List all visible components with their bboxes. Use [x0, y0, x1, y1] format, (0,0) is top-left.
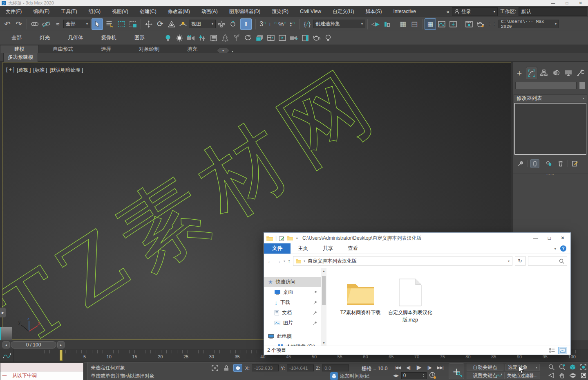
recent-locations-caret-icon[interactable]: ▾ — [284, 259, 285, 263]
details-view-icon[interactable] — [548, 347, 557, 354]
plant-icon[interactable] — [231, 32, 242, 44]
teapot-icon[interactable] — [311, 32, 322, 44]
maxscript-mini-listener[interactable]: 一 从以下中调 — [0, 362, 84, 380]
light-icon[interactable] — [162, 32, 174, 44]
motion-tab[interactable] — [550, 67, 562, 79]
menu-item[interactable]: 组(G) — [83, 6, 106, 17]
maximize-button[interactable]: □ — [566, 1, 568, 5]
left-flyout-arrow-button[interactable]: ▶ — [0, 308, 6, 317]
menu-item[interactable]: 自定义(U) — [327, 6, 360, 17]
use-pivot-center-button[interactable] — [216, 18, 227, 30]
ribbon-tab[interactable]: 自由形式 — [39, 45, 87, 53]
menu-item[interactable]: 渲染(R) — [266, 6, 294, 17]
render-setup-button[interactable] — [463, 18, 475, 30]
next-key-button[interactable]: ||▶ — [425, 364, 434, 371]
sidebar-item-this-pc[interactable]: 此电脑 — [264, 331, 321, 342]
play-button[interactable]: ▶ — [414, 364, 423, 371]
make-unique-icon[interactable] — [545, 159, 554, 168]
curve-editor-button[interactable] — [436, 18, 447, 30]
menu-item[interactable]: 动画(A) — [196, 6, 224, 17]
select-place-button[interactable] — [177, 18, 189, 30]
menu-item[interactable]: 修改器(M) — [162, 6, 196, 17]
select-manipulate-button[interactable] — [227, 18, 239, 30]
list-panel-icon[interactable] — [208, 32, 219, 44]
modify-tab[interactable] — [526, 67, 537, 79]
zoom-icon[interactable] — [546, 363, 557, 371]
listener-script-row[interactable]: 一 从以下中调 — [0, 371, 83, 380]
render-production-teapot-button[interactable] — [475, 18, 486, 30]
align-button[interactable] — [381, 18, 393, 30]
select-object-button[interactable] — [92, 18, 103, 30]
menu-overflow-chevron[interactable]: » — [446, 9, 449, 15]
named-selection-sets-icon[interactable]: {╱} — [302, 18, 313, 30]
display-tab[interactable] — [563, 67, 574, 79]
percent-snap-toggle[interactable]: %∩ — [277, 18, 287, 30]
snap-toggle-3d[interactable]: 3∩ — [258, 18, 268, 30]
spruce-tree-icon[interactable] — [219, 32, 231, 44]
sidebar-item-downloads[interactable]: ↓ 下载 — [264, 297, 321, 308]
layer-explorer-button[interactable]: ▤ — [409, 18, 420, 30]
spinner-snap-toggle[interactable]: ▲▼∩ — [287, 18, 297, 30]
maximize-viewport-toggle-icon[interactable] — [578, 371, 588, 379]
sidebar-scrollbar[interactable]: ▲ ▼ — [321, 268, 326, 346]
refresh-icon[interactable]: ↻ — [515, 256, 525, 266]
address-history-caret-icon[interactable]: ▾ — [508, 259, 510, 263]
scroll-up-icon[interactable]: ▲ — [321, 268, 326, 274]
minimize-button[interactable]: — — [551, 1, 555, 5]
explorer-file-list[interactable]: TZ素材网资料下载 自定义脚本列表汉化版.mzp — [326, 268, 570, 346]
polygon-modeling-panel-tab[interactable]: 多边形建模 — [3, 53, 38, 62]
scene-explorer-button[interactable]: ▦ — [397, 18, 409, 30]
hierarchy-tab[interactable] — [538, 67, 550, 79]
qat-customize-caret-icon[interactable]: ▼ — [295, 237, 298, 240]
schematic-view-button[interactable] — [447, 18, 459, 30]
create-filter-button[interactable]: 几何体 — [59, 34, 92, 41]
explorer-home-tab[interactable]: 主页 — [291, 243, 315, 254]
sidebar-item-local-disk-c[interactable]: 本地磁盘 (C:) — [264, 342, 321, 346]
menu-item[interactable]: 图形编辑器(D) — [224, 6, 266, 17]
select-scale-button[interactable] — [166, 18, 177, 30]
ribbon-toggle-button[interactable]: ▦ — [425, 18, 436, 30]
window-crossing-toggle[interactable] — [127, 18, 139, 30]
toolbar-grip[interactable]: ⋮⋮ — [488, 22, 497, 26]
close-button[interactable]: ✕ — [579, 1, 582, 5]
up-arrow-icon[interactable]: ↑ — [288, 258, 291, 264]
add-time-tag[interactable]: 添加时间标记 — [330, 372, 369, 380]
key-step-arrows-icon[interactable]: ◀▶ — [393, 373, 399, 378]
qat-new-folder-icon[interactable] — [287, 236, 293, 241]
explorer-maximize-button[interactable]: □ — [548, 235, 551, 241]
bulb-icon[interactable] — [322, 32, 334, 44]
listener-macro-row[interactable] — [0, 363, 83, 371]
sun-icon[interactable] — [174, 32, 185, 44]
frame-spinner[interactable]: ▲▼ — [423, 373, 425, 378]
select-move-button[interactable] — [143, 18, 154, 30]
configure-modifier-sets-icon[interactable] — [570, 159, 579, 168]
go-to-start-button[interactable]: |◀◀ — [393, 364, 402, 371]
time-configuration-clock-icon[interactable] — [429, 372, 436, 379]
keyboard-shortcut-override-toggle[interactable]: ⬆ — [240, 18, 252, 30]
explorer-file-tab[interactable]: 文件 — [264, 243, 291, 254]
y-coordinate-field[interactable]: -104.641 — [287, 364, 314, 371]
go-to-end-button[interactable]: ▶▶| — [436, 364, 445, 371]
set-key-big-button[interactable]: ＋ — [449, 363, 464, 379]
undo-icon[interactable]: ↶ — [2, 18, 13, 30]
pin-stack-icon[interactable] — [516, 159, 525, 168]
x-coordinate-field[interactable]: -152.633 — [252, 364, 279, 371]
redo-icon[interactable]: ↷ — [13, 18, 25, 30]
sidebar-item-documents[interactable]: 文档 — [264, 308, 321, 318]
isolate-selection-icon[interactable] — [210, 364, 219, 372]
selection-lock-icon[interactable] — [222, 364, 231, 372]
sidebar-item-pictures[interactable]: 图片 — [264, 318, 321, 328]
project-folder-dropdown[interactable]: C:\Users\··· Max 2020▾ — [499, 20, 559, 28]
modifier-stack-list[interactable] — [514, 103, 586, 155]
previous-frame-arrow[interactable]: ◂ — [2, 341, 10, 349]
viewport-play-icon[interactable] — [265, 32, 277, 44]
absolute-offset-mode-toggle[interactable] — [233, 364, 242, 372]
back-arrow-icon[interactable]: ← — [267, 258, 273, 264]
menu-item[interactable]: 文件(F) — [0, 6, 27, 17]
object-name-field[interactable] — [515, 82, 577, 89]
mini-curve-editor-button[interactable] — [0, 349, 14, 362]
menu-item[interactable]: Civil View — [294, 6, 327, 17]
file-tile-folder[interactable]: TZ素材网资料下载 — [337, 274, 384, 316]
ribbon-expand-caret-icon[interactable]: ▾ — [554, 247, 556, 251]
workspace-dropdown[interactable]: 默认 — [519, 7, 587, 16]
